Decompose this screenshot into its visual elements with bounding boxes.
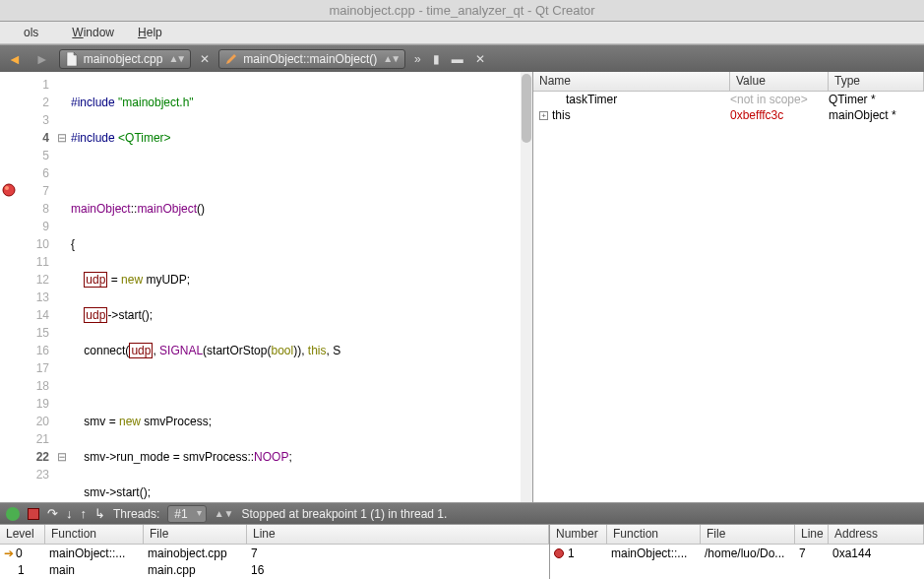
locals-row: +this 0xbefffc3c mainObject * (533, 107, 924, 123)
expand-icon[interactable]: + (539, 111, 548, 120)
tab-function-label: mainObject::mainObject() (243, 52, 377, 66)
breakpoints-pane[interactable]: Number Function File Line Address 1 main… (550, 525, 924, 579)
debug-toolbar: ↷ ↓ ↑ ↳ Threads: #1 ▲▼ Stopped at breakp… (0, 502, 924, 524)
continue-icon[interactable] (6, 507, 20, 521)
fold-gutter[interactable]: ⊟ ⊟ (57, 72, 71, 502)
stack-header: Level Function File Line (0, 525, 549, 545)
locals-header: Name Value Type (533, 72, 924, 92)
breakpoint-dot-icon (554, 548, 564, 558)
code-content[interactable]: #include "mainobject.h" #include <QTimer… (71, 72, 532, 502)
close-split-icon[interactable]: ✕ (472, 52, 488, 66)
locals-body[interactable]: taskTimer <not in scope> QTimer * +this … (533, 92, 924, 502)
nav-back-icon[interactable]: ◄ (4, 51, 26, 67)
step-over-icon[interactable]: ↷ (47, 506, 58, 521)
tab-function[interactable]: mainObject::mainObject() ▲▼ (218, 49, 405, 69)
split-h-icon[interactable]: ▬ (449, 52, 466, 66)
split-v-icon[interactable]: ▮ (430, 52, 443, 66)
col-name[interactable]: Name (533, 72, 730, 91)
breakpoints-header: Number Function File Line Address (550, 525, 924, 545)
tab-file-label: mainobject.cpp (84, 52, 163, 66)
window-title: mainobject.cpp - time_analyzer_qt - Qt C… (0, 0, 924, 22)
threads-label: Threads: (113, 507, 159, 521)
step-inst-icon[interactable]: ↳ (94, 506, 105, 521)
menu-help[interactable]: Help (128, 24, 172, 41)
locals-row: taskTimer <not in scope> QTimer * (533, 92, 924, 107)
close-file-icon[interactable]: ✕ (197, 52, 213, 66)
stack-row[interactable]: ➔0 mainObject::... mainobject.cpp 7 (0, 545, 549, 561)
menu-window[interactable]: Window (62, 24, 124, 41)
threads-scroll-icon[interactable]: ▲▼ (215, 508, 234, 519)
stack-row[interactable]: 1 main main.cpp 16 (0, 561, 549, 578)
menu-tools[interactable]: ols (4, 24, 58, 41)
svg-point-1 (5, 186, 9, 190)
col-value[interactable]: Value (730, 72, 829, 91)
tab-file-combo-icon[interactable]: ▲▼ (168, 53, 184, 64)
main-area: 123 4 567 8910 111213 141516 171819 2021… (0, 72, 924, 502)
menu-bar: ols Window Help (0, 22, 924, 44)
bottom-panes: Level Function File Line ➔0 mainObject::… (0, 524, 924, 579)
current-frame-icon: ➔ (4, 547, 14, 560)
threads-combo[interactable]: #1 (167, 505, 206, 523)
step-into-icon[interactable]: ↓ (66, 506, 73, 521)
tab-file[interactable]: mainobject.cpp ▲▼ (59, 49, 192, 69)
breakpoint-row[interactable]: 1 mainObject::... /home/luo/Do... 7 0xa1… (550, 545, 924, 561)
tab-bar: ◄ ► mainobject.cpp ▲▼ ✕ mainObject::main… (0, 44, 924, 72)
line-number-gutter: 123 4 567 8910 111213 141516 171819 2021… (18, 72, 57, 502)
step-out-icon[interactable]: ↑ (81, 506, 88, 521)
stop-icon[interactable] (28, 508, 39, 520)
file-icon (66, 52, 78, 66)
expand-icon[interactable]: » (411, 52, 424, 66)
nav-forward-icon[interactable]: ► (31, 51, 53, 67)
locals-panel: Name Value Type taskTimer <not in scope>… (532, 72, 924, 502)
col-type[interactable]: Type (829, 72, 924, 91)
breakpoint-gutter[interactable] (0, 72, 18, 502)
stack-pane[interactable]: Level Function File Line ➔0 mainObject::… (0, 525, 550, 579)
code-editor[interactable]: 123 4 567 8910 111213 141516 171819 2021… (0, 72, 532, 502)
pencil-icon (225, 52, 237, 66)
breakpoint-marker[interactable] (2, 183, 16, 197)
svg-point-0 (3, 184, 15, 196)
tab-function-combo-icon[interactable]: ▲▼ (383, 53, 399, 64)
editor-scrollbar[interactable] (521, 72, 532, 502)
debug-status: Stopped at breakpoint 1 (1) in thread 1. (242, 507, 918, 521)
